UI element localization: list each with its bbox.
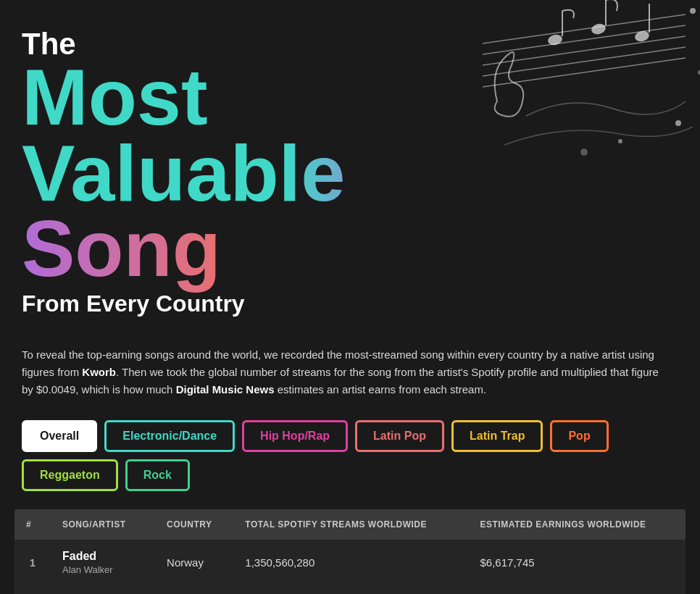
col-streams: TOTAL SPOTIFY STREAMS WORLDWIDE (233, 509, 468, 540)
row-country: Norway (155, 540, 233, 586)
table-row: 1 Faded Alan Walker Norway 1,350,560,280… (14, 540, 686, 586)
svg-line-0 (483, 14, 686, 43)
col-song-artist: SONG/ARTIST (51, 509, 155, 540)
col-country: COUNTRY (155, 509, 233, 540)
song-artist: Alan Walker (62, 564, 143, 575)
svg-point-11 (690, 8, 696, 14)
songs-table: # SONG/ARTIST COUNTRY TOTAL SPOTIFY STRE… (14, 509, 686, 595)
svg-point-7 (591, 22, 607, 36)
hero-section: The MostValuableSong From Every Country (0, 0, 700, 332)
filter-latintrap[interactable]: Latin Trap (451, 420, 543, 452)
svg-line-1 (483, 25, 686, 54)
svg-point-15 (580, 148, 588, 156)
svg-point-12 (675, 120, 681, 126)
row-earnings: $6,617,745 (469, 540, 686, 586)
filter-hiphop[interactable]: Hip Hop/Rap (242, 420, 348, 452)
row-song-artist: Wake Me Up Avicii (51, 585, 155, 594)
row-earnings: $6,017,155 (469, 585, 686, 594)
table-row: 2 Wake Me Up Avicii Sweden 1,227,990,897… (14, 585, 686, 594)
col-num: # (14, 509, 51, 540)
filter-rock[interactable]: Rock (125, 459, 190, 491)
row-song-artist: Faded Alan Walker (51, 540, 155, 586)
filter-reggaeton[interactable]: Reggaeton (22, 459, 118, 491)
song-title: Faded (62, 550, 143, 563)
filter-bar: Overall Electronic/Dance Hip Hop/Rap Lat… (0, 413, 700, 502)
col-earnings: ESTIMATED EARNINGS WORLDWIDE (469, 509, 686, 540)
row-country: Sweden (155, 585, 233, 594)
row-num: 1 (14, 540, 51, 586)
svg-point-13 (618, 139, 622, 143)
svg-point-9 (634, 30, 651, 43)
filter-latinpop[interactable]: Latin Pop (355, 420, 444, 452)
title-song: Song (22, 204, 221, 293)
kworb-link: Kworb (82, 366, 116, 378)
row-num: 2 (14, 585, 51, 594)
table-header-row: # SONG/ARTIST COUNTRY TOTAL SPOTIFY STRE… (14, 509, 686, 540)
row-streams: 1,350,560,280 (233, 540, 468, 586)
description: To reveal the top-earning songs around t… (0, 332, 681, 413)
data-table-wrapper: # SONG/ARTIST COUNTRY TOTAL SPOTIFY STRE… (14, 509, 686, 595)
music-notes-decoration (338, 0, 700, 203)
filter-pop[interactable]: Pop (550, 420, 608, 452)
row-streams: 1,227,990,897 (233, 585, 468, 594)
dmn-link: Digital Music News (176, 383, 275, 396)
filter-overall[interactable]: Overall (22, 420, 97, 452)
title-subtitle: From Every Country (22, 290, 678, 317)
filter-electronic[interactable]: Electronic/Dance (104, 420, 235, 452)
